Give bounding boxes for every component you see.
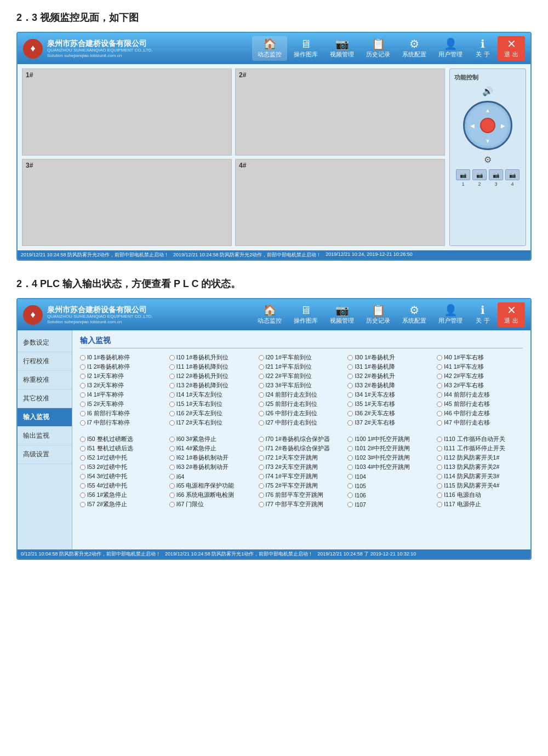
io-dot	[437, 474, 442, 479]
nav-item-video[interactable]: 📷 视频管理	[324, 36, 359, 61]
user-icon-2: 👤	[444, 305, 458, 316]
nav2-label-ops: 操作图库	[294, 317, 318, 325]
ptz-right-icon[interactable]: ▶	[498, 121, 508, 130]
io-label: I47 中部行走右移	[444, 419, 490, 427]
nav-item-about[interactable]: ℹ 关 于	[469, 36, 496, 61]
sidebar-item-weight[interactable]: 称重校准	[18, 371, 72, 390]
nav2-history[interactable]: 📋 历史记录	[361, 302, 396, 327]
io-item: I32 2#卷扬机升	[347, 373, 433, 380]
io-label: I54 3#过磅中托	[87, 473, 127, 480]
io-label: I112 防风防雾开关1#	[444, 454, 499, 462]
io-dot	[80, 483, 85, 489]
io-label: I51 整机过磅后选	[87, 445, 133, 453]
io-dot	[437, 455, 442, 461]
ptz-left-icon[interactable]: ◀	[467, 121, 477, 130]
ptz-stop-button[interactable]	[480, 118, 495, 133]
io-label: I31 1#卷扬机降	[355, 363, 395, 371]
app-header-1: ♦ 泉州市苏合建桥设备有限公司 QUANZHOU SUHEJIANQIAO EQ…	[18, 33, 530, 64]
cam-label-4: 4	[511, 181, 513, 187]
io-dot	[437, 355, 442, 360]
io-item: I43 2#平车右移	[437, 382, 523, 390]
io-dot	[259, 492, 264, 498]
io-item: I57 2#紧急停止	[80, 501, 166, 508]
io-dot	[80, 402, 85, 407]
io-item: I51 整机过磅后选	[80, 445, 166, 453]
io-grid-bottom: I50 整机过磅断选I60 3#紧急停止I70 1#卷扬机综合保护器I100 1…	[80, 436, 523, 508]
sidebar-item-input[interactable]: 输入监视	[18, 408, 72, 427]
io-dot	[169, 474, 175, 479]
nav-item-exit[interactable]: ✕ 退 出	[498, 36, 525, 61]
io-dot	[347, 446, 353, 451]
io-label: I104	[355, 473, 366, 480]
io-label: I70 1#卷扬机综合保护器	[266, 436, 330, 443]
app-window-2: ♦ 泉州市苏合建桥设备有限公司 QUANZHOU SUHEJIANQIAO EQ…	[16, 298, 532, 560]
io-item: I11 1#卷扬机降到位	[169, 363, 255, 371]
cam-btn-3[interactable]: 📷 3	[489, 169, 503, 187]
nav-item-monitor[interactable]: 🏠 动态监控	[252, 36, 287, 61]
io-item: I41 1#平车左移	[437, 363, 523, 371]
video-grid: 1# 2# 3# 4#	[22, 68, 445, 246]
io-dot	[347, 502, 353, 507]
io-item: I2 1#天车称停	[80, 373, 166, 380]
io-dot	[437, 420, 442, 426]
io-label: I2 1#天车称停	[87, 373, 124, 380]
status-msg-2: 2019/12/21 10:24:58 防风防雾升光2动作，前部中部电机禁止启动…	[173, 251, 321, 259]
plc-body: 参数设定 行程校准 称重校准 其它校准 输入监视 输出监视 高级设置 输入监视 …	[18, 330, 530, 549]
nav2-label-video: 视频管理	[330, 317, 354, 325]
nav2-config[interactable]: ⚙ 系统配置	[397, 302, 432, 327]
nav-item-config[interactable]: ⚙ 系统配置	[397, 36, 432, 61]
nav2-monitor[interactable]: 🏠 动态监控	[252, 302, 287, 327]
nav2-user[interactable]: 👤 用户管理	[433, 302, 468, 327]
io-label: I72 1#天车空开跳闸	[266, 454, 318, 462]
nav2-video[interactable]: 📷 视频管理	[324, 302, 359, 327]
io-label: I65 电源相序保护功能	[176, 482, 235, 490]
status2-msg-3: 2019/12/21 10:24:58 了 2019-12-21 10:32:1…	[317, 551, 416, 558]
nav-item-history[interactable]: 📋 历史记录	[361, 36, 396, 61]
io-dot	[437, 402, 442, 407]
io-label: I67 门限位	[176, 501, 204, 508]
cam-btn-2[interactable]: 📷 2	[472, 169, 487, 187]
nav-item-user[interactable]: 👤 用户管理	[433, 36, 468, 61]
io-label: I74 1#平车空开跳闸	[266, 473, 318, 480]
io-item: I115 防风防雾开关4#	[437, 482, 523, 490]
io-label: I33 2#卷扬机降	[355, 382, 395, 390]
sidebar-item-output[interactable]: 输出监视	[18, 427, 72, 445]
io-item: I36 2#天车左移	[347, 410, 433, 417]
io-dot	[80, 474, 85, 479]
nav-item-ops[interactable]: 🖥 操作图库	[288, 36, 323, 61]
nav2-about[interactable]: ℹ 关 于	[469, 302, 496, 327]
io-dot	[169, 420, 175, 426]
sidebar-item-params[interactable]: 参数设定	[18, 334, 72, 352]
io-item: I76 前部平车空开跳闸	[259, 491, 345, 499]
io-label: I50 整机过磅断选	[87, 436, 133, 443]
ptz-control[interactable]: ▲ ▼ ◀ ▶	[463, 101, 512, 150]
io-label: I75 2#平车空开跳闸	[266, 482, 318, 490]
nav2-label-exit: 退 出	[504, 317, 518, 325]
io-label: I77 中部平车空开跳闸	[266, 501, 324, 508]
cam-btn-4[interactable]: 📷 4	[505, 169, 520, 187]
nav2-exit[interactable]: ✕ 退 出	[498, 302, 525, 327]
app-logo-area-2: 泉州市苏合建桥设备有限公司 QUANZHOU SUHEJIANQIAO EQUI…	[47, 305, 153, 325]
io-label: I64	[176, 473, 185, 480]
io-dot	[437, 437, 442, 442]
sidebar-item-stroke[interactable]: 行程校准	[18, 352, 72, 371]
io-label: I22 2#平车前到位	[266, 373, 312, 380]
cam-btn-1[interactable]: 📷 1	[456, 169, 470, 187]
io-label: I23 3#平车后到位	[266, 382, 312, 390]
nav2-ops[interactable]: 🖥 操作图库	[288, 302, 323, 327]
video-label-4: 4#	[239, 162, 246, 169]
nav-label-about: 关 于	[476, 50, 489, 59]
io-dot	[259, 364, 264, 370]
ptz-up-icon[interactable]: ▲	[483, 105, 493, 115]
ptz-down-icon[interactable]: ▼	[483, 136, 493, 146]
sidebar-item-other[interactable]: 其它校准	[18, 390, 72, 408]
video-cell-1: 1#	[22, 68, 232, 156]
io-item: I56 1#紧急停止	[80, 491, 166, 499]
io-item: I66 系统电源断电检测	[169, 491, 255, 499]
io-dot	[80, 446, 85, 451]
io-label: I102 3#中托空开跳闸	[355, 454, 410, 462]
io-dot	[80, 465, 85, 470]
io-dot	[169, 411, 175, 416]
settings-icon[interactable]: ⚙	[484, 154, 492, 165]
sidebar-item-advanced[interactable]: 高级设置	[18, 445, 72, 464]
